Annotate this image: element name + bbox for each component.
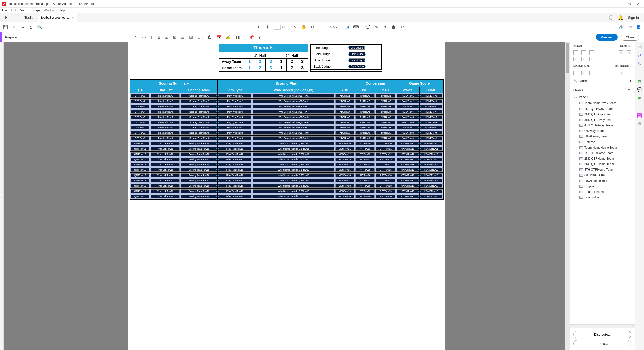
form-field-qtr[interactable]: QTRRow10	[131, 142, 149, 145]
page-number-input[interactable]	[274, 25, 281, 30]
form-field-pt2[interactable]: 2 PTRow1	[376, 94, 395, 98]
form-field-pt2[interactable]: 2 PTRow18	[376, 184, 395, 188]
form-field-st[interactable]: Scoring TeamRow16	[181, 173, 217, 177]
form-field-ws[interactable]: Who Scored include QBRow8	[253, 131, 334, 135]
distribute-v-icon[interactable]: ⫟	[627, 71, 631, 75]
form-field-hm[interactable]: HOMERow18	[420, 184, 442, 188]
form-field-yds[interactable]: YDSRow9	[335, 136, 354, 140]
form-field-tl[interactable]: Time LeftRow9	[151, 136, 180, 140]
tools-tab[interactable]: Tools	[19, 13, 38, 22]
form-field-qtr[interactable]: QTRRow7	[131, 126, 149, 129]
form-field-tl[interactable]: Time LeftRow20	[151, 195, 180, 198]
form-field-hm[interactable]: HOMERow20	[420, 195, 442, 198]
form-field-ws[interactable]: Who Scored include QBRow20	[253, 195, 334, 198]
form-field-tl[interactable]: Time LeftRow18	[151, 184, 180, 188]
form-field-aw[interactable]: AWAYRow18	[397, 184, 419, 188]
form-field-hm[interactable]: HOMERow15	[420, 168, 442, 172]
field-tree-item[interactable]: FINALAway Team	[570, 134, 635, 139]
print-icon[interactable]: 🖨	[29, 25, 34, 29]
form-field-ws[interactable]: Who Scored include QBRow17	[253, 179, 334, 182]
text-field-tool-icon[interactable]: ▭	[142, 35, 146, 40]
email-icon[interactable]: ✉	[627, 25, 632, 29]
form-field-ws[interactable]: Who Scored include QBRow2	[253, 99, 334, 103]
list-tool-icon[interactable]: ▦	[189, 35, 193, 40]
form-field-ws[interactable]: Who Scored include QBRow7	[253, 126, 334, 129]
form-field-ws[interactable]: Who Scored include QBRow5	[253, 115, 334, 119]
form-field-yds[interactable]: YDSRow12	[335, 152, 354, 156]
form-field-qtr[interactable]: QTRRow20	[131, 195, 149, 198]
form-field-aw[interactable]: AWAYRow8	[397, 131, 419, 135]
account-icon[interactable]: 👤	[636, 25, 641, 29]
form-field-pt[interactable]: Play TypeRow1	[218, 94, 251, 98]
button-tool-icon[interactable]: OK	[197, 35, 203, 40]
zoom-in-icon[interactable]: ⊕	[318, 25, 323, 29]
form-field-pt2[interactable]: 2 PTRow10	[376, 142, 395, 145]
form-field-pt[interactable]: Play TypeRow3	[218, 105, 251, 108]
form-field-hm[interactable]: HOMERow12	[420, 152, 442, 156]
date-tool-icon[interactable]: 📅	[216, 35, 221, 40]
form-field-tl[interactable]: Time LeftRow12	[151, 152, 180, 156]
form-field-yds[interactable]: YDSRow11	[335, 147, 354, 151]
center-v-icon[interactable]: ▯	[627, 50, 631, 55]
field-tree-item[interactable]: Team NameHome Team	[570, 145, 635, 150]
form-field-hm[interactable]: HOMERow13	[420, 158, 442, 161]
form-field-tl[interactable]: Time LeftRow16	[151, 173, 180, 177]
comment-rail-icon[interactable]: 💬	[637, 87, 642, 92]
export-icon[interactable]: ⇪	[637, 70, 642, 75]
page-up-icon[interactable]: ⬆	[256, 25, 261, 29]
field-tree-item[interactable]: Referee	[570, 139, 635, 145]
form-field-st[interactable]: Scoring TeamRow18	[181, 184, 217, 188]
form-field-qtr[interactable]: QTRRow11	[131, 147, 149, 151]
hand-icon[interactable]: ✋	[301, 25, 306, 29]
form-field-pat[interactable]: PATRow12	[355, 152, 375, 156]
form-field-qtr[interactable]: QTRRow14	[131, 163, 149, 166]
form-field-pt[interactable]: Play TypeRow14	[218, 163, 251, 166]
form-field-aw[interactable]: AWAYRow7	[397, 126, 419, 129]
left-rail[interactable]: ▸	[0, 42, 4, 350]
form-field-hm[interactable]: HOMERow16	[420, 173, 442, 177]
form-field-qtr[interactable]: QTRRow1	[131, 94, 149, 98]
field-tree-item[interactable]: Umpire	[570, 184, 635, 189]
form-field-hm[interactable]: HOMERow14	[420, 163, 442, 166]
form-field-qtr[interactable]: QTRRow3	[131, 105, 149, 108]
form-field-hm[interactable]: HOMERow3	[420, 105, 442, 108]
form-field-st[interactable]: Scoring TeamRow4	[181, 110, 217, 114]
field-tree-item[interactable]: FINALHome Team	[570, 178, 635, 184]
form-field-tl[interactable]: Time LeftRow11	[151, 147, 180, 151]
form-field[interactable]: Side Judge	[349, 58, 365, 62]
form-field-yds[interactable]: YDSRow19	[335, 189, 354, 193]
form-field-qtr[interactable]: QTRRow4	[131, 110, 149, 114]
form-field-pat[interactable]: PATRow7	[355, 126, 375, 129]
form-field-yds[interactable]: YDSRow8	[335, 131, 354, 135]
form-field-yds[interactable]: YDSRow7	[335, 126, 354, 129]
form-field-ws[interactable]: Who Scored include QBRow3	[253, 105, 334, 108]
field-tree-item[interactable]: Head Linesman	[570, 189, 635, 195]
sign-in-button[interactable]: Sign In	[628, 16, 639, 20]
maximize-button[interactable]: ▭	[628, 2, 631, 6]
form-field-tl[interactable]: Time LeftRow6	[151, 121, 180, 124]
form-field-aw[interactable]: AWAYRow14	[397, 163, 419, 166]
form-field-yds[interactable]: YDSRow5	[335, 115, 354, 119]
form-field-aw[interactable]: AWAYRow2	[397, 99, 419, 103]
zoom-out-icon[interactable]: ⊖	[310, 25, 315, 29]
menu-edit[interactable]: Edit	[11, 9, 16, 12]
form-field-st[interactable]: Scoring TeamRow13	[181, 158, 217, 161]
field-tree-item[interactable]: 3RD QTRHome Team	[570, 161, 635, 167]
save-icon[interactable]: 💾	[3, 25, 8, 29]
close-button[interactable]: Close	[621, 34, 639, 41]
keyboard-icon[interactable]: ⌨	[353, 25, 358, 29]
form-field-yds[interactable]: YDSRow2	[335, 99, 354, 103]
form-field-st[interactable]: Scoring TeamRow2	[181, 99, 217, 103]
form-field-pat[interactable]: PATRow8	[355, 131, 375, 135]
form-field-tl[interactable]: Time LeftRow1	[151, 94, 180, 98]
align-top-icon[interactable]: ⫟	[573, 57, 578, 61]
match-height-icon[interactable]: ↕	[581, 71, 586, 75]
share-link-icon[interactable]: 🔗	[619, 25, 624, 29]
match-both-icon[interactable]: ⤢	[589, 71, 594, 75]
form-field-aw[interactable]: AWAYRow13	[397, 158, 419, 161]
form-field-pt2[interactable]: 2 PTRow16	[376, 173, 395, 177]
menu-window[interactable]: Window	[44, 9, 55, 12]
form-field-hm[interactable]: HOMERow11	[420, 147, 442, 151]
notifications-icon[interactable]: 🔔	[618, 15, 623, 20]
form-field-pt[interactable]: Play TypeRow4	[218, 110, 251, 114]
